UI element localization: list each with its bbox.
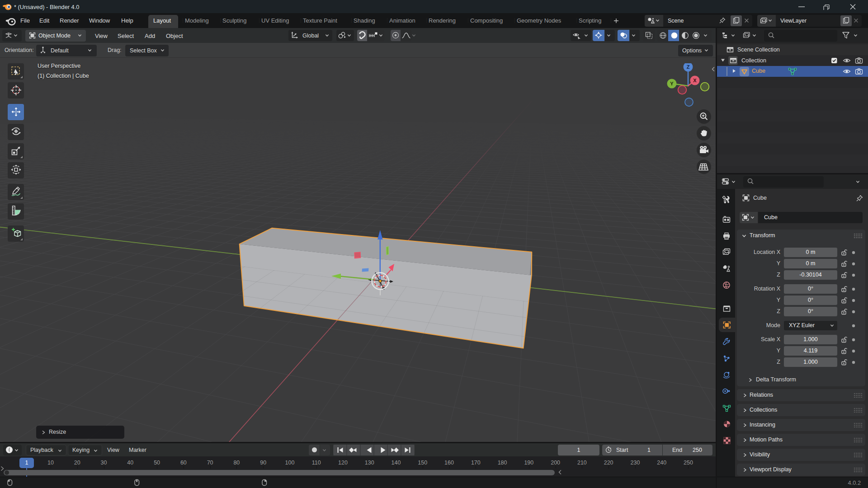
svg-text:X: X bbox=[693, 78, 697, 83]
svg-text:Z: Z bbox=[687, 64, 690, 70]
svg-text:Y: Y bbox=[670, 81, 674, 86]
